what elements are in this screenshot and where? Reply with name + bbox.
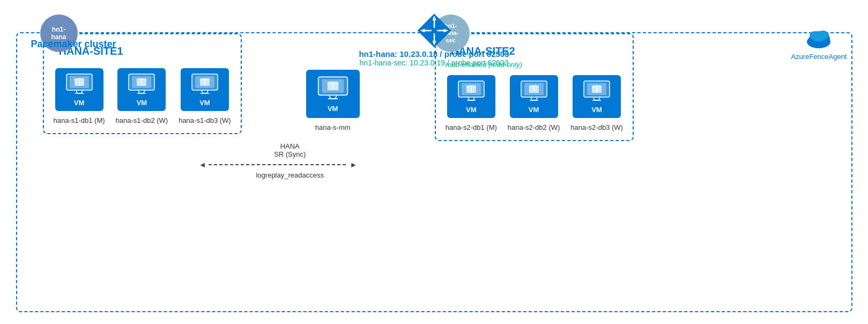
site2-vm1-name: hana-s2-db1 (M) bbox=[446, 123, 497, 131]
hana-mm-vm: VM hana-s-mm bbox=[306, 70, 360, 131]
vm-monitor-icon-s2-3 bbox=[583, 80, 611, 104]
site2-vm3: VM hana-s2-db3 (W) bbox=[570, 75, 623, 131]
site2-vm2-icon: VM bbox=[510, 75, 558, 118]
site1-vm3-icon: VM bbox=[181, 68, 229, 111]
sync-arrows-row: ◄ ► bbox=[199, 160, 381, 169]
sync-section: HANA SR (Sync) ◄ ► logreplay_readaccess bbox=[199, 142, 381, 179]
vm-monitor-icon bbox=[65, 73, 93, 97]
site1-vm3-label: VM bbox=[199, 99, 210, 107]
site1-vm2: VM hana-s1-db2 (W) bbox=[116, 68, 168, 124]
fence-agent-label: AzureFenceAgent bbox=[791, 53, 847, 61]
site1-vm1-name: hana-s1-db1 (M) bbox=[54, 116, 105, 124]
svg-point-14 bbox=[817, 31, 829, 39]
hana-mm-icon: VM bbox=[306, 70, 360, 118]
vm-monitor-icon-s2-2 bbox=[520, 80, 548, 104]
site1-vm1-icon: VM bbox=[55, 68, 103, 111]
lb-labels: hn1-hana: 10.23.0.18 / probe port 62503 … bbox=[359, 49, 509, 67]
hana-mm-vm-label: VM bbox=[328, 105, 338, 113]
router-icon bbox=[416, 12, 453, 51]
arrow-left-icon: ◄ bbox=[199, 160, 206, 169]
lb-primary-label: hn1-hana: 10.23.0.18 / probe port 62503 bbox=[359, 49, 509, 58]
site1-vm2-icon: VM bbox=[117, 68, 166, 111]
sync-label3: logreplay_readaccess bbox=[256, 171, 323, 179]
arrow-right-icon: ► bbox=[350, 160, 358, 169]
site2-vm3-icon: VM bbox=[573, 75, 621, 118]
pacemaker-label: Pacemaker cluster bbox=[31, 39, 116, 50]
site2-vm3-name: hana-s2-db3 (W) bbox=[570, 123, 623, 131]
lb-secondary-label: hn1-hana-sec: 10.23.0.19 / probe port 62… bbox=[359, 58, 509, 67]
diagram-wrapper: Pacemaker cluster hn1-hana: 10.23.0.18 /… bbox=[16, 12, 852, 312]
vm-monitor-icon-mm bbox=[317, 76, 349, 102]
vm-monitor-icon-s2-1 bbox=[457, 80, 485, 104]
site1-vm2-label: VM bbox=[137, 99, 147, 107]
site1-nodes: VM hana-s1-db1 (M) bbox=[54, 68, 231, 124]
site2-vm1-label: VM bbox=[466, 106, 477, 114]
site1-vm1: VM hana-s1-db1 (M) bbox=[54, 68, 105, 124]
site1-vm1-label: VM bbox=[74, 99, 85, 107]
site1-vm3: VM hana-s1-db3 (W) bbox=[179, 68, 231, 124]
site2-vm2-name: hana-s2-db2 (W) bbox=[508, 123, 560, 131]
site2-vm2: VM hana-s2-db2 (W) bbox=[508, 75, 560, 131]
hana-mm-name: hana-s-mm bbox=[315, 123, 351, 131]
site1-vm3-name: hana-s1-db3 (W) bbox=[179, 116, 231, 124]
site2-vm1-icon: VM bbox=[447, 75, 495, 118]
vm-monitor-icon3 bbox=[191, 73, 219, 97]
sync-label1: HANA bbox=[280, 142, 300, 150]
site2-vm3-label: VM bbox=[591, 106, 602, 114]
dashed-line-svg bbox=[209, 162, 348, 167]
site1-vm2-name: hana-s1-db2 (W) bbox=[116, 116, 168, 124]
azure-cloud-icon bbox=[804, 28, 834, 49]
vm-monitor-icon2 bbox=[128, 73, 155, 97]
sync-label2: SR (Sync) bbox=[274, 150, 306, 158]
site2-nodes: VM hana-s2-db1 (M) bbox=[446, 75, 623, 131]
fence-agent: AzureFenceAgent bbox=[791, 28, 847, 61]
site2-vm1: VM hana-s2-db1 (M) bbox=[446, 75, 497, 131]
site2-vm2-label: VM bbox=[529, 106, 539, 114]
